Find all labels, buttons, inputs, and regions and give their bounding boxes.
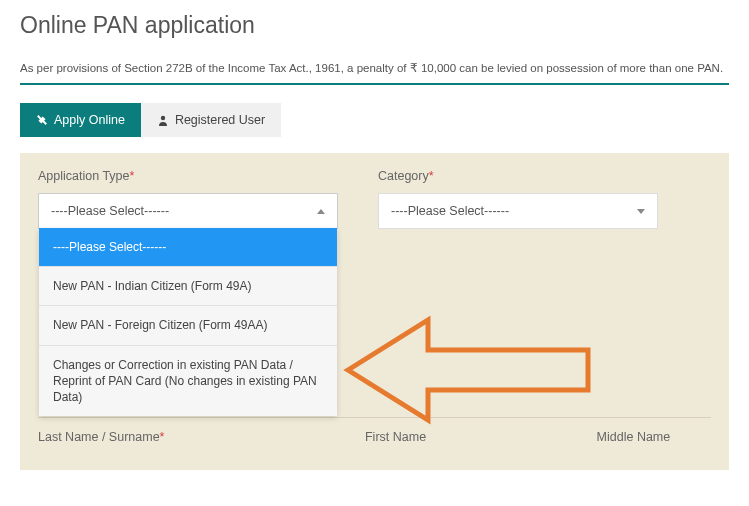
dropdown-option-changes[interactable]: Changes or Correction in existing PAN Da… [39,346,337,417]
application-type-select[interactable]: ----Please Select------ ----Please Selec… [38,193,338,229]
divider [20,83,729,85]
application-type-group: Application Type* ----Please Select-----… [38,169,338,229]
category-select[interactable]: ----Please Select------ [378,193,658,229]
middle-name-group: Middle Name [597,430,711,454]
dropdown-option-indian[interactable]: New PAN - Indian Citizen (Form 49A) [39,267,337,306]
panel-divider [38,417,711,418]
chevron-up-icon [317,209,325,214]
application-type-dropdown: ----Please Select------ New PAN - Indian… [39,228,337,416]
tab-bar: Apply Online Registered User [20,103,729,137]
penalty-notice: As per provisions of Section 272B of the… [20,61,729,75]
last-name-group: Last Name / Surname* [38,430,305,454]
first-name-label: First Name [365,430,537,444]
page-title: Online PAN application [20,12,729,39]
user-icon [157,114,169,126]
tab-label-registered: Registered User [175,113,265,127]
svg-point-0 [161,116,165,120]
middle-name-label: Middle Name [597,430,711,444]
application-type-label: Application Type* [38,169,338,183]
required-marker: * [130,169,135,183]
category-group: Category* ----Please Select------ [378,169,658,229]
form-panel: Application Type* ----Please Select-----… [20,153,729,470]
apply-icon [36,114,48,126]
category-value: ----Please Select------ [391,204,509,218]
tab-apply-online[interactable]: Apply Online [20,103,141,137]
chevron-down-icon [637,209,645,214]
tab-registered-user[interactable]: Registered User [141,103,281,137]
required-marker: * [160,430,165,444]
dropdown-option-placeholder[interactable]: ----Please Select------ [39,228,337,267]
first-name-group: First Name [365,430,537,454]
last-name-label: Last Name / Surname* [38,430,305,444]
category-label: Category* [378,169,658,183]
tab-label-apply: Apply Online [54,113,125,127]
required-marker: * [429,169,434,183]
application-type-value: ----Please Select------ [51,204,169,218]
dropdown-option-foreign[interactable]: New PAN - Foreign Citizen (Form 49AA) [39,306,337,345]
